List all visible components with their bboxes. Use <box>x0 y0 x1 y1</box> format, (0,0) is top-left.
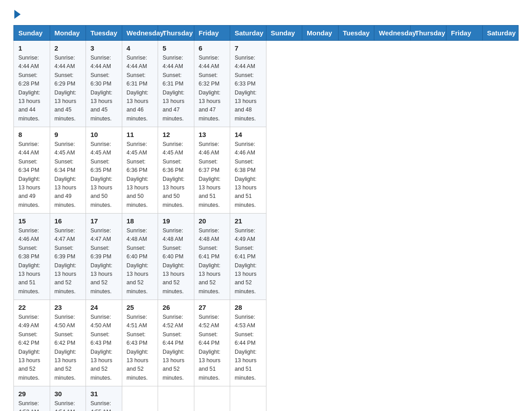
day-number: 20 <box>199 217 226 225</box>
day-info: Sunrise: 4:46 AMSunset: 6:38 PMDaylight:… <box>235 140 262 210</box>
day-info: Sunrise: 4:55 AMSunset: 6:45 PMDaylight:… <box>90 399 117 411</box>
day-number: 13 <box>199 131 226 138</box>
day-info: Sunrise: 4:53 AMSunset: 6:44 PMDaylight:… <box>235 313 262 382</box>
logo-arrow-icon <box>14 10 21 19</box>
calendar-cell: 15Sunrise: 4:46 AMSunset: 6:38 PMDayligh… <box>14 214 50 300</box>
day-info: Sunrise: 4:51 AMSunset: 6:43 PMDaylight:… <box>127 313 154 382</box>
day-info: Sunrise: 4:45 AMSunset: 6:36 PMDaylight:… <box>127 140 154 210</box>
calendar-cell: 18Sunrise: 4:48 AMSunset: 6:40 PMDayligh… <box>122 214 158 300</box>
calendar-cell: 2Sunrise: 4:44 AMSunset: 6:29 PMDaylight… <box>50 41 86 127</box>
day-info: Sunrise: 4:54 AMSunset: 6:45 PMDaylight:… <box>55 399 82 411</box>
day-info: Sunrise: 4:44 AMSunset: 6:28 PMDaylight:… <box>18 54 45 123</box>
day-number: 21 <box>235 217 262 225</box>
calendar-cell: 19Sunrise: 4:48 AMSunset: 6:40 PMDayligh… <box>158 214 194 300</box>
day-number: 27 <box>199 304 226 311</box>
day-number: 17 <box>90 217 117 225</box>
calendar-cell: 5Sunrise: 4:44 AMSunset: 6:31 PMDaylight… <box>158 41 194 127</box>
day-number: 29 <box>18 390 45 398</box>
calendar-day-header: Friday <box>446 26 483 41</box>
day-info: Sunrise: 4:44 AMSunset: 6:34 PMDaylight:… <box>18 140 45 210</box>
calendar-cell: 1Sunrise: 4:44 AMSunset: 6:28 PMDaylight… <box>14 41 50 127</box>
day-info: Sunrise: 4:48 AMSunset: 6:40 PMDaylight:… <box>127 227 154 296</box>
calendar-cell: 26Sunrise: 4:52 AMSunset: 6:44 PMDayligh… <box>158 300 194 386</box>
calendar-cell: 25Sunrise: 4:51 AMSunset: 6:43 PMDayligh… <box>122 300 158 386</box>
day-info: Sunrise: 4:45 AMSunset: 6:34 PMDaylight:… <box>55 140 82 210</box>
calendar-table: SundayMondayTuesdayWednesdayThursdayFrid… <box>13 25 519 411</box>
calendar-cell: 4Sunrise: 4:44 AMSunset: 6:31 PMDaylight… <box>122 41 158 127</box>
day-info: Sunrise: 4:49 AMSunset: 6:41 PMDaylight:… <box>235 227 262 296</box>
calendar-week-row: 22Sunrise: 4:49 AMSunset: 6:42 PMDayligh… <box>14 300 519 386</box>
day-info: Sunrise: 4:44 AMSunset: 6:31 PMDaylight:… <box>127 54 154 123</box>
day-info: Sunrise: 4:48 AMSunset: 6:40 PMDaylight:… <box>163 227 189 296</box>
day-info: Sunrise: 4:49 AMSunset: 6:42 PMDaylight:… <box>18 313 45 382</box>
day-number: 24 <box>90 304 117 311</box>
calendar-cell: 16Sunrise: 4:47 AMSunset: 6:39 PMDayligh… <box>50 214 86 300</box>
calendar-header-row: SundayMondayTuesdayWednesdayThursdayFrid… <box>14 26 519 41</box>
calendar-cell: 10Sunrise: 4:45 AMSunset: 6:35 PMDayligh… <box>86 127 122 214</box>
calendar-cell: 29Sunrise: 4:53 AMSunset: 6:45 PMDayligh… <box>14 386 50 411</box>
calendar-cell: 14Sunrise: 4:46 AMSunset: 6:38 PMDayligh… <box>230 127 266 214</box>
day-info: Sunrise: 4:47 AMSunset: 6:39 PMDaylight:… <box>55 227 82 296</box>
day-info: Sunrise: 4:52 AMSunset: 6:44 PMDaylight:… <box>199 313 226 382</box>
calendar-week-row: 29Sunrise: 4:53 AMSunset: 6:45 PMDayligh… <box>14 386 519 411</box>
day-info: Sunrise: 4:52 AMSunset: 6:44 PMDaylight:… <box>163 313 189 382</box>
calendar-cell: 8Sunrise: 4:44 AMSunset: 6:34 PMDaylight… <box>14 127 50 214</box>
calendar-cell: 28Sunrise: 4:53 AMSunset: 6:44 PMDayligh… <box>230 300 266 386</box>
calendar-day-header: Sunday <box>14 26 50 41</box>
logo <box>13 9 21 17</box>
day-info: Sunrise: 4:47 AMSunset: 6:39 PMDaylight:… <box>90 227 117 296</box>
calendar-cell: 27Sunrise: 4:52 AMSunset: 6:44 PMDayligh… <box>194 300 230 386</box>
day-number: 8 <box>18 131 45 138</box>
calendar-cell: 23Sunrise: 4:50 AMSunset: 6:42 PMDayligh… <box>50 300 86 386</box>
day-number: 4 <box>127 44 154 52</box>
calendar-day-header: Thursday <box>158 26 194 41</box>
day-number: 2 <box>55 44 82 52</box>
calendar-cell: 13Sunrise: 4:46 AMSunset: 6:37 PMDayligh… <box>194 127 230 214</box>
calendar-day-header: Wednesday <box>374 26 411 41</box>
day-info: Sunrise: 4:44 AMSunset: 6:32 PMDaylight:… <box>199 54 226 123</box>
day-number: 15 <box>18 217 45 225</box>
calendar-day-header: Saturday <box>230 26 266 41</box>
day-number: 9 <box>55 131 82 138</box>
day-info: Sunrise: 4:44 AMSunset: 6:29 PMDaylight:… <box>55 54 82 123</box>
day-number: 23 <box>55 304 82 311</box>
calendar-day-header: Friday <box>194 26 230 41</box>
day-number: 28 <box>235 304 262 311</box>
day-number: 7 <box>235 44 262 52</box>
day-number: 22 <box>18 304 45 311</box>
calendar-cell: 6Sunrise: 4:44 AMSunset: 6:32 PMDaylight… <box>194 41 230 127</box>
calendar-cell: 7Sunrise: 4:44 AMSunset: 6:33 PMDaylight… <box>230 41 266 127</box>
day-info: Sunrise: 4:46 AMSunset: 6:37 PMDaylight:… <box>199 140 226 210</box>
page-header <box>13 9 519 17</box>
day-number: 31 <box>90 390 117 398</box>
calendar-day-header: Monday <box>50 26 86 41</box>
calendar-cell <box>122 386 158 411</box>
calendar-day-header: Monday <box>302 26 339 41</box>
calendar-week-row: 8Sunrise: 4:44 AMSunset: 6:34 PMDaylight… <box>14 127 519 214</box>
day-number: 1 <box>18 44 45 52</box>
calendar-day-header: Tuesday <box>86 26 122 41</box>
day-info: Sunrise: 4:44 AMSunset: 6:33 PMDaylight:… <box>235 54 262 123</box>
day-info: Sunrise: 4:48 AMSunset: 6:41 PMDaylight:… <box>199 227 226 296</box>
calendar-day-header: Wednesday <box>122 26 158 41</box>
calendar-cell: 11Sunrise: 4:45 AMSunset: 6:36 PMDayligh… <box>122 127 158 214</box>
day-info: Sunrise: 4:50 AMSunset: 6:43 PMDaylight:… <box>90 313 117 382</box>
calendar-cell: 9Sunrise: 4:45 AMSunset: 6:34 PMDaylight… <box>50 127 86 214</box>
day-info: Sunrise: 4:50 AMSunset: 6:42 PMDaylight:… <box>55 313 82 382</box>
day-number: 25 <box>127 304 154 311</box>
day-number: 11 <box>127 131 154 138</box>
calendar-cell: 12Sunrise: 4:45 AMSunset: 6:36 PMDayligh… <box>158 127 194 214</box>
calendar-cell: 17Sunrise: 4:47 AMSunset: 6:39 PMDayligh… <box>86 214 122 300</box>
day-number: 6 <box>199 44 226 52</box>
day-info: Sunrise: 4:46 AMSunset: 6:38 PMDaylight:… <box>18 227 45 296</box>
day-number: 30 <box>55 390 82 398</box>
day-info: Sunrise: 4:44 AMSunset: 6:30 PMDaylight:… <box>90 54 117 123</box>
calendar-cell <box>158 386 194 411</box>
day-info: Sunrise: 4:44 AMSunset: 6:31 PMDaylight:… <box>163 54 189 123</box>
calendar-day-header: Tuesday <box>338 26 374 41</box>
day-number: 12 <box>163 131 189 138</box>
calendar-cell: 31Sunrise: 4:55 AMSunset: 6:45 PMDayligh… <box>86 386 122 411</box>
calendar-cell: 21Sunrise: 4:49 AMSunset: 6:41 PMDayligh… <box>230 214 266 300</box>
calendar-cell <box>230 386 266 411</box>
calendar-week-row: 1Sunrise: 4:44 AMSunset: 6:28 PMDaylight… <box>14 41 519 127</box>
